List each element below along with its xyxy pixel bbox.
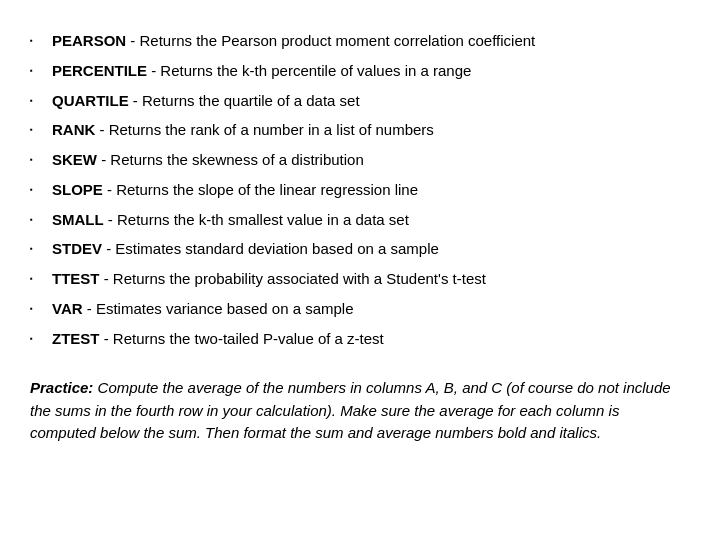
bullet-icon: ▪ xyxy=(30,209,52,226)
practice-label: Practice: xyxy=(30,379,93,396)
item-text: QUARTILE - Returns the quartile of a dat… xyxy=(52,90,680,112)
bullet-icon: ▪ xyxy=(30,30,52,47)
keyword: RANK xyxy=(52,121,95,138)
item-text: PEARSON - Returns the Pearson product mo… xyxy=(52,30,680,52)
list-item: ▪QUARTILE - Returns the quartile of a da… xyxy=(30,90,680,112)
function-list: ▪PEARSON - Returns the Pearson product m… xyxy=(30,30,680,349)
bullet-icon: ▪ xyxy=(30,179,52,196)
list-item: ▪PEARSON - Returns the Pearson product m… xyxy=(30,30,680,52)
practice-block: Practice: Compute the average of the num… xyxy=(30,377,680,445)
list-item: ▪SKEW - Returns the skewness of a distri… xyxy=(30,149,680,171)
item-text: SMALL - Returns the k-th smallest value … xyxy=(52,209,680,231)
item-text: TTEST - Returns the probability associat… xyxy=(52,268,680,290)
description: - Estimates variance based on a sample xyxy=(83,300,354,317)
description: - Returns the k-th percentile of values … xyxy=(147,62,471,79)
list-item: ▪SLOPE - Returns the slope of the linear… xyxy=(30,179,680,201)
description: - Returns the probability associated wit… xyxy=(100,270,486,287)
description: - Returns the slope of the linear regres… xyxy=(103,181,418,198)
bullet-icon: ▪ xyxy=(30,119,52,136)
keyword: SKEW xyxy=(52,151,97,168)
keyword: SMALL xyxy=(52,211,104,228)
list-item: ▪ZTEST - Returns the two-tailed P-value … xyxy=(30,328,680,350)
item-text: SLOPE - Returns the slope of the linear … xyxy=(52,179,680,201)
item-text: VAR - Estimates variance based on a samp… xyxy=(52,298,680,320)
description: - Returns the quartile of a data set xyxy=(129,92,360,109)
description: - Returns the Pearson product moment cor… xyxy=(126,32,535,49)
bullet-icon: ▪ xyxy=(30,238,52,255)
list-item: ▪STDEV - Estimates standard deviation ba… xyxy=(30,238,680,260)
keyword: ZTEST xyxy=(52,330,100,347)
bullet-icon: ▪ xyxy=(30,90,52,107)
description: - Estimates standard deviation based on … xyxy=(102,240,439,257)
description: - Returns the two-tailed P-value of a z-… xyxy=(100,330,384,347)
list-item: ▪RANK - Returns the rank of a number in … xyxy=(30,119,680,141)
item-text: RANK - Returns the rank of a number in a… xyxy=(52,119,680,141)
keyword: STDEV xyxy=(52,240,102,257)
item-text: ZTEST - Returns the two-tailed P-value o… xyxy=(52,328,680,350)
list-item: ▪PERCENTILE - Returns the k-th percentil… xyxy=(30,60,680,82)
practice-text: Compute the average of the numbers in co… xyxy=(30,379,671,441)
bullet-icon: ▪ xyxy=(30,328,52,345)
item-text: SKEW - Returns the skewness of a distrib… xyxy=(52,149,680,171)
description: - Returns the rank of a number in a list… xyxy=(95,121,434,138)
keyword: SLOPE xyxy=(52,181,103,198)
bullet-icon: ▪ xyxy=(30,60,52,77)
item-text: PERCENTILE - Returns the k-th percentile… xyxy=(52,60,680,82)
keyword: VAR xyxy=(52,300,83,317)
bullet-icon: ▪ xyxy=(30,149,52,166)
item-text: STDEV - Estimates standard deviation bas… xyxy=(52,238,680,260)
list-item: ▪TTEST - Returns the probability associa… xyxy=(30,268,680,290)
bullet-icon: ▪ xyxy=(30,268,52,285)
keyword: PERCENTILE xyxy=(52,62,147,79)
keyword: PEARSON xyxy=(52,32,126,49)
bullet-icon: ▪ xyxy=(30,298,52,315)
keyword: TTEST xyxy=(52,270,100,287)
description: - Returns the k-th smallest value in a d… xyxy=(104,211,409,228)
list-item: ▪VAR - Estimates variance based on a sam… xyxy=(30,298,680,320)
description: - Returns the skewness of a distribution xyxy=(97,151,364,168)
keyword: QUARTILE xyxy=(52,92,129,109)
list-item: ▪SMALL - Returns the k-th smallest value… xyxy=(30,209,680,231)
